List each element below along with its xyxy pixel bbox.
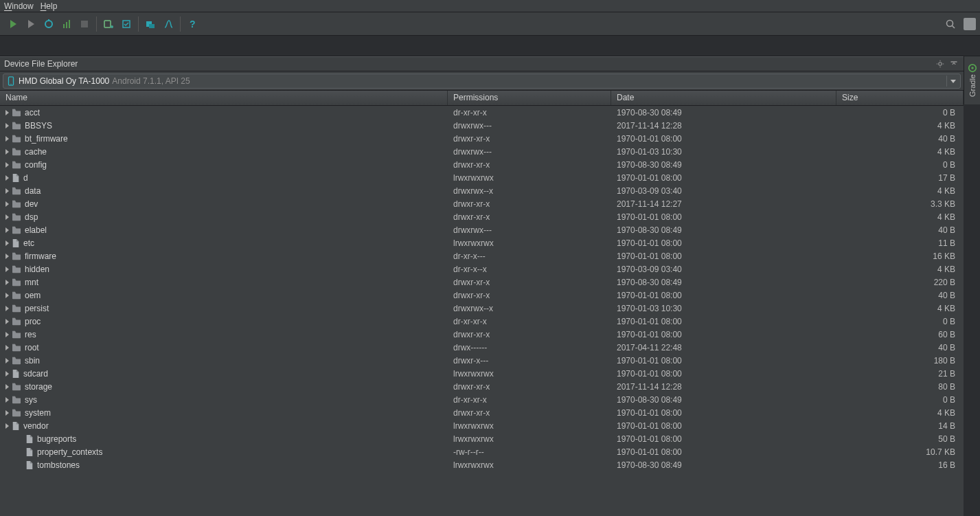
table-row[interactable]: firmwaredr-xr-x---1970-01-01 08:0016 KB: [0, 249, 964, 262]
expand-icon[interactable]: [5, 201, 9, 207]
debug-icon[interactable]: [40, 15, 58, 33]
file-icon: [12, 421, 20, 431]
table-row[interactable]: devdrwxr-xr-x2017-11-14 12:273.3 KB: [0, 197, 964, 210]
folder-icon: [12, 135, 21, 143]
expand-icon[interactable]: [5, 423, 9, 429]
permissions-cell: drwxrwx--x: [448, 186, 611, 196]
expand-icon[interactable]: [5, 306, 9, 311]
device-selector[interactable]: HMD Global Oy TA-1000 Android 7.1.1, API…: [3, 74, 961, 89]
gradle-tool-window-tab[interactable]: Gradle: [964, 56, 980, 104]
device-subtitle: Android 7.1.1, API 25: [112, 76, 190, 86]
expand-icon[interactable]: [5, 280, 9, 285]
table-row[interactable]: dlrwxrwxrwx1970-01-01 08:0017 B: [0, 171, 964, 184]
col-header-size[interactable]: Size: [836, 91, 964, 105]
expand-icon[interactable]: [5, 332, 9, 337]
table-row[interactable]: property_contexts-rw-r--r--1970-01-01 08…: [0, 445, 964, 458]
table-row[interactable]: storagedrwxr-xr-x2017-11-14 12:2880 B: [0, 380, 964, 393]
size-cell: 60 B: [836, 330, 964, 339]
table-row[interactable]: tombstoneslrwxrwxrwx1970-08-30 08:4916 B: [0, 458, 964, 471]
col-header-name[interactable]: Name: [0, 91, 448, 105]
svg-point-17: [971, 67, 974, 70]
expand-icon[interactable]: [5, 227, 9, 233]
expand-icon[interactable]: [5, 358, 9, 363]
help-icon[interactable]: ?: [183, 15, 201, 33]
expand-icon[interactable]: [5, 410, 9, 416]
expand-icon[interactable]: [5, 371, 9, 377]
expand-icon[interactable]: [5, 293, 9, 298]
table-row[interactable]: bt_firmwaredrwxr-xr-x1970-01-01 08:0040 …: [0, 132, 964, 145]
search-everywhere-icon[interactable]: [942, 15, 959, 33]
toolbar-separator: [96, 16, 97, 32]
expand-icon[interactable]: [5, 149, 9, 155]
table-row[interactable]: rootdrwx------2017-04-11 22:4840 B: [0, 341, 964, 354]
col-header-permissions[interactable]: Permissions: [448, 91, 611, 105]
avd-manager-icon[interactable]: [100, 15, 117, 33]
table-row[interactable]: bugreportslrwxrwxrwx1970-01-01 08:0050 B: [0, 432, 964, 445]
stop-icon[interactable]: [76, 15, 93, 33]
table-row[interactable]: datadrwxrwx--x1970-03-09 03:404 KB: [0, 184, 964, 197]
col-header-date[interactable]: Date: [611, 91, 836, 105]
profile-icon[interactable]: [58, 15, 76, 33]
panel-settings-icon[interactable]: [935, 58, 946, 69]
expand-icon[interactable]: [5, 162, 9, 168]
menu-help[interactable]: Help: [41, 1, 58, 11]
permissions-cell: lrwxrwxrwx: [448, 173, 611, 183]
expand-icon[interactable]: [5, 384, 9, 390]
expand-icon[interactable]: [5, 345, 9, 350]
permissions-cell: drwxrwx--x: [448, 304, 611, 313]
menu-window[interactable]: Window: [4, 1, 34, 11]
permissions-cell: lrwxrwxrwx: [448, 460, 611, 470]
date-cell: 2017-11-14 12:27: [611, 199, 836, 209]
apply-changes-icon[interactable]: [22, 15, 40, 33]
expand-icon[interactable]: [5, 397, 9, 403]
file-name-label: data: [25, 186, 41, 196]
expand-icon[interactable]: [5, 175, 9, 181]
table-row[interactable]: sysdr-xr-xr-x1970-08-30 08:490 B: [0, 393, 964, 406]
table-row[interactable]: systemdrwxr-xr-x1970-01-01 08:004 KB: [0, 406, 964, 419]
table-row[interactable]: hiddendr-xr-x--x1970-03-09 03:404 KB: [0, 262, 964, 276]
date-cell: 1970-08-30 08:49: [611, 225, 836, 235]
expand-icon[interactable]: [5, 319, 9, 324]
table-row[interactable]: procdr-xr-xr-x1970-01-01 08:000 B: [0, 315, 964, 328]
date-cell: 1970-01-01 08:00: [611, 330, 836, 339]
date-cell: 1970-08-30 08:49: [611, 108, 836, 117]
table-row[interactable]: sdcardlrwxrwxrwx1970-01-01 08:0021 B: [0, 367, 964, 380]
panel-hide-icon[interactable]: [948, 58, 959, 69]
run-icon[interactable]: [4, 15, 22, 33]
table-row[interactable]: dspdrwxr-xr-x1970-01-01 08:004 KB: [0, 210, 964, 223]
table-row[interactable]: acctdr-xr-xr-x1970-08-30 08:490 B: [0, 106, 964, 119]
table-row[interactable]: sbindrwxr-x---1970-01-01 08:00180 B: [0, 354, 964, 367]
table-row[interactable]: oemdrwxr-xr-x1970-01-01 08:0040 B: [0, 289, 964, 302]
size-cell: 0 B: [836, 317, 964, 326]
sdk-manager-icon[interactable]: [117, 15, 135, 33]
table-row[interactable]: resdrwxr-xr-x1970-01-01 08:0060 B: [0, 328, 964, 341]
table-row[interactable]: vendorlrwxrwxrwx1970-01-01 08:0014 B: [0, 419, 964, 432]
expand-icon[interactable]: [5, 136, 9, 142]
table-row[interactable]: BBSYSdrwxrwx---2017-11-14 12:284 KB: [0, 119, 964, 132]
table-row[interactable]: persistdrwxrwx--x1970-01-03 10:304 KB: [0, 302, 964, 315]
expand-icon[interactable]: [5, 240, 9, 246]
expand-icon[interactable]: [5, 254, 9, 259]
file-tree[interactable]: acctdr-xr-xr-x1970-08-30 08:490 BBBSYSdr…: [0, 106, 964, 516]
user-avatar[interactable]: [964, 18, 976, 30]
svg-point-14: [947, 20, 953, 26]
expand-icon[interactable]: [5, 110, 9, 115]
table-row[interactable]: mntdrwxr-xr-x1970-08-30 08:49220 B: [0, 276, 964, 289]
permissions-cell: lrwxrwxrwx: [448, 434, 611, 444]
folder-icon: [12, 200, 21, 208]
expand-icon[interactable]: [5, 267, 9, 272]
expand-icon[interactable]: [5, 214, 9, 220]
file-name-label: persist: [25, 304, 49, 313]
table-row[interactable]: elabeldrwxrwx---1970-08-30 08:4940 B: [0, 223, 964, 236]
svg-rect-4: [63, 24, 65, 28]
layout-inspector-icon[interactable]: [159, 15, 177, 33]
expand-icon[interactable]: [5, 123, 9, 128]
svg-rect-5: [66, 22, 67, 28]
sync-gradle-icon[interactable]: [141, 15, 159, 33]
file-name-label: BBSYS: [25, 121, 52, 131]
table-row[interactable]: cachedrwxrwx---1970-01-03 10:304 KB: [0, 145, 964, 158]
permissions-cell: drwxr-xr-x: [448, 330, 611, 339]
table-row[interactable]: configdrwxr-xr-x1970-08-30 08:490 B: [0, 158, 964, 171]
table-row[interactable]: etclrwxrwxrwx1970-01-01 08:0011 B: [0, 236, 964, 249]
expand-icon[interactable]: [5, 188, 9, 194]
